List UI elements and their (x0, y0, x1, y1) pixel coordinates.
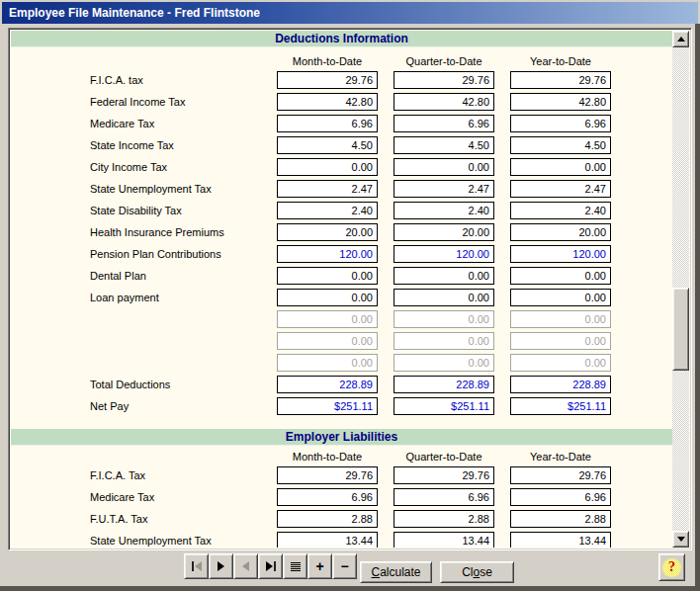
value-field[interactable]: 120.00 (394, 245, 494, 263)
employer-rows: F.I.C.A. Tax29.7629.7629.76Medicare Tax6… (11, 466, 672, 548)
first-record-button[interactable] (184, 553, 209, 579)
value-field[interactable]: 6.96 (394, 115, 494, 132)
add-record-icon: + (315, 559, 323, 573)
window-title: Employee File Maintenance - Fred Flintst… (9, 6, 260, 20)
value-field[interactable]: 228.89 (394, 376, 494, 393)
value-field[interactable]: $251.11 (510, 397, 611, 415)
value-field[interactable]: 6.96 (277, 115, 378, 132)
row-label: State Income Tax (90, 136, 261, 154)
value-field[interactable]: 2.40 (277, 202, 378, 219)
add-record-button[interactable]: + (307, 553, 332, 579)
table-row: F.U.T.A. Tax2.882.882.88 (11, 510, 672, 528)
value-field[interactable]: 4.50 (510, 136, 611, 154)
value-field[interactable]: 228.89 (277, 376, 378, 393)
value-field[interactable]: 6.96 (510, 115, 611, 132)
value-field[interactable]: 6.96 (277, 488, 378, 506)
scroll-down-button[interactable] (672, 531, 689, 548)
deductions-section-header: Deductions Information (11, 31, 672, 47)
column-header-year-to-date: Year-to-Date (510, 55, 611, 68)
value-field[interactable]: 20.00 (277, 223, 378, 241)
scroll-up-icon (677, 37, 685, 42)
value-field[interactable]: 13.44 (394, 532, 494, 548)
value-field[interactable]: 42.80 (277, 93, 378, 111)
value-field[interactable]: 2.40 (394, 202, 494, 219)
column-header-spacer (90, 55, 261, 68)
table-row: 0.000.000.00 (11, 332, 672, 350)
title-bar[interactable]: Employee File Maintenance - Fred Flintst… (2, 2, 698, 24)
value-field[interactable]: 2.88 (277, 510, 378, 528)
value-field[interactable]: 120.00 (277, 245, 378, 263)
value-field[interactable]: 0.00 (394, 158, 494, 176)
value-field[interactable]: 2.88 (510, 510, 611, 528)
table-row: Federal Income Tax42.8042.8042.80 (11, 93, 672, 111)
table-row: Net Pay$251.11$251.11$251.11 (11, 397, 672, 415)
table-row: 0.000.000.00 (11, 310, 672, 328)
value-field[interactable]: $251.11 (277, 397, 378, 415)
value-field[interactable]: 2.47 (510, 180, 611, 198)
value-field[interactable]: 29.76 (394, 71, 494, 89)
help-button[interactable]: ? (658, 553, 685, 581)
value-field[interactable]: 0.00 (277, 289, 378, 306)
value-field[interactable]: 0.00 (277, 267, 378, 285)
value-field[interactable]: 2.47 (394, 180, 494, 198)
value-field[interactable]: 42.80 (510, 93, 611, 111)
calculate-button[interactable]: Calculate (360, 561, 432, 583)
delete-record-button[interactable]: − (332, 553, 357, 579)
value-field[interactable]: 120.00 (510, 245, 611, 263)
column-header-month-to-date: Month-to-Date (277, 451, 378, 464)
first-record-icon (192, 561, 202, 571)
table-row: State Unemployment Tax2.472.472.47 (11, 180, 672, 198)
value-field[interactable]: 29.76 (510, 466, 611, 484)
row-label (90, 332, 261, 350)
value-field[interactable]: 29.76 (277, 71, 378, 89)
value-field[interactable]: 6.96 (394, 488, 494, 506)
value-field[interactable]: 42.80 (394, 93, 494, 111)
value-field[interactable]: 0.00 (510, 267, 611, 285)
scroll-up-button[interactable] (672, 31, 689, 47)
value-field[interactable]: 0.00 (277, 158, 378, 176)
value-field: 0.00 (277, 310, 378, 328)
value-field[interactable]: 29.76 (510, 71, 611, 89)
previous-record-button[interactable] (233, 553, 258, 579)
value-field[interactable]: 13.44 (277, 532, 378, 548)
value-field: 0.00 (277, 354, 378, 372)
value-field[interactable]: 20.00 (394, 223, 494, 241)
value-field[interactable]: 13.44 (510, 532, 611, 548)
value-field[interactable]: 0.00 (394, 267, 494, 285)
value-field[interactable]: 2.40 (510, 202, 611, 219)
value-field[interactable]: 2.47 (277, 180, 378, 198)
next-record-button[interactable] (209, 553, 233, 579)
vertical-scrollbar[interactable] (672, 31, 689, 548)
row-label: Net Pay (90, 397, 261, 415)
record-list-button[interactable] (283, 553, 307, 579)
last-record-button[interactable] (258, 553, 283, 579)
close-button[interactable]: Close (440, 561, 514, 583)
table-row: Health Insurance Premiums20.0020.0020.00 (11, 223, 672, 241)
value-field[interactable]: 0.00 (510, 158, 611, 176)
row-label: Health Insurance Premiums (90, 223, 261, 241)
value-field[interactable]: 228.89 (510, 376, 611, 393)
value-field[interactable]: 29.76 (277, 466, 378, 484)
table-row: City Income Tax0.000.000.00 (11, 158, 672, 176)
value-field[interactable]: 20.00 (510, 223, 611, 241)
delete-record-icon: − (340, 559, 348, 573)
value-field[interactable]: $251.11 (394, 397, 494, 415)
value-field[interactable]: 4.50 (394, 136, 494, 154)
value-field[interactable]: 0.00 (394, 289, 494, 306)
table-row: Medicare Tax6.966.966.96 (11, 488, 672, 506)
table-row: 0.000.000.00 (11, 354, 672, 372)
row-label: State Disability Tax (90, 202, 261, 219)
value-field[interactable]: 4.50 (277, 136, 378, 154)
window-border-bottom (0, 586, 700, 591)
value-field[interactable]: 29.76 (394, 466, 494, 484)
column-header-spacer (90, 451, 261, 464)
content-panel: Deductions Information Month-to-Date Qua… (8, 28, 692, 550)
value-field: 0.00 (510, 310, 611, 328)
value-field[interactable]: 6.96 (510, 488, 611, 506)
value-field[interactable]: 0.00 (510, 289, 611, 306)
last-record-icon (266, 561, 276, 571)
value-field: 0.00 (510, 332, 611, 350)
scrollbar-thumb[interactable] (672, 288, 689, 371)
window-border-right (695, 24, 700, 591)
value-field[interactable]: 2.88 (394, 510, 494, 528)
